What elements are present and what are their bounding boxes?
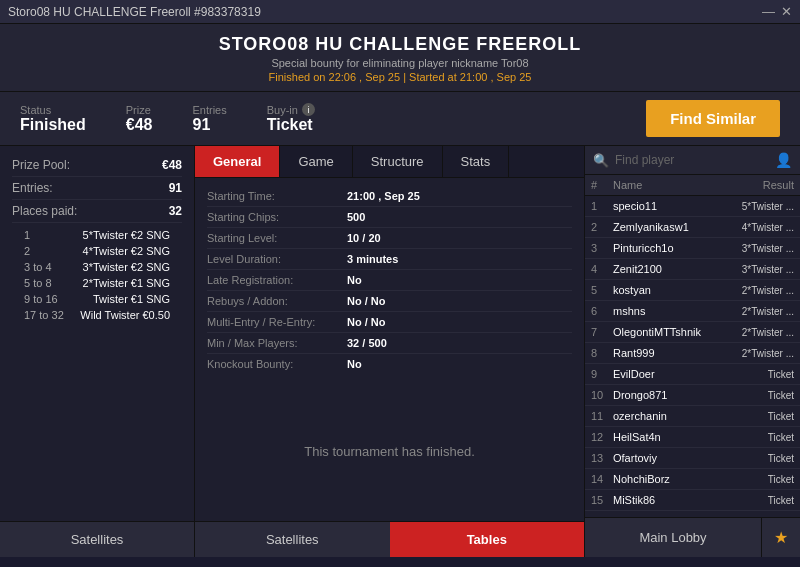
player-row[interactable]: 6 mshns 2*Twister ... bbox=[585, 301, 800, 322]
player-name: EvilDoer bbox=[613, 368, 724, 380]
info-row: Starting Time:21:00 , Sep 25 bbox=[207, 186, 572, 207]
payout-prize: 3*Twister €2 SNG bbox=[83, 261, 170, 273]
player-result: 2*Twister ... bbox=[724, 306, 794, 317]
star-icon: ★ bbox=[774, 529, 788, 546]
player-row[interactable]: 2 Zemlyanikasw1 4*Twister ... bbox=[585, 217, 800, 238]
prize-pool-row: Prize Pool: €48 bbox=[12, 154, 182, 177]
payout-place: 5 to 8 bbox=[24, 277, 79, 289]
payout-row: 5 to 82*Twister €1 SNG bbox=[24, 275, 170, 291]
info-row: Late Registration:No bbox=[207, 270, 572, 291]
started-time: 21:00 , Sep 25 bbox=[460, 71, 532, 83]
player-result: Ticket bbox=[724, 411, 794, 422]
player-result: 5*Twister ... bbox=[724, 201, 794, 212]
tab-structure[interactable]: Structure bbox=[353, 146, 443, 177]
places-paid-label: Places paid: bbox=[12, 204, 77, 218]
window-controls: — ✕ bbox=[762, 4, 792, 19]
payout-prize: 4*Twister €2 SNG bbox=[83, 245, 170, 257]
bottom-tab-satellites[interactable]: Satellites bbox=[195, 522, 390, 557]
player-row[interactable]: 11 ozerchanin Ticket bbox=[585, 406, 800, 427]
payout-place: 9 to 16 bbox=[24, 293, 79, 305]
player-rank: 11 bbox=[591, 410, 613, 422]
info-key: Knockout Bounty: bbox=[207, 358, 347, 370]
player-row[interactable]: 7 OlegontiMTTshnik 2*Twister ... bbox=[585, 322, 800, 343]
find-similar-button[interactable]: Find Similar bbox=[646, 100, 780, 137]
info-row: Level Duration:3 minutes bbox=[207, 249, 572, 270]
player-name: Zenit2100 bbox=[613, 263, 724, 275]
player-row[interactable]: 3 Pinturicch1o 3*Twister ... bbox=[585, 238, 800, 259]
buyin-label: Buy-in i bbox=[267, 103, 315, 116]
tab-general[interactable]: General bbox=[195, 146, 280, 177]
right-bottom: Main Lobby ★ bbox=[585, 517, 800, 557]
entries-value-left: 91 bbox=[169, 181, 182, 195]
prize-pool-value: €48 bbox=[162, 158, 182, 172]
player-result: 3*Twister ... bbox=[724, 264, 794, 275]
minimize-button[interactable]: — bbox=[762, 4, 775, 19]
tab-game[interactable]: Game bbox=[280, 146, 352, 177]
info-key: Starting Time: bbox=[207, 190, 347, 202]
info-row: Rebuys / Addon:No / No bbox=[207, 291, 572, 312]
search-icon: 🔍 bbox=[593, 153, 609, 168]
player-result: Ticket bbox=[724, 432, 794, 443]
player-row[interactable]: 10 Drongo871 Ticket bbox=[585, 385, 800, 406]
player-name: Ofartoviy bbox=[613, 452, 724, 464]
player-rank: 13 bbox=[591, 452, 613, 464]
satellites-button[interactable]: Satellites bbox=[0, 521, 194, 557]
entries-label: Entries bbox=[192, 104, 226, 116]
info-val: No / No bbox=[347, 295, 386, 307]
payout-row: 3 to 43*Twister €2 SNG bbox=[24, 259, 170, 275]
finished-label: Finished on bbox=[269, 71, 326, 83]
info-row: Multi-Entry / Re-Entry:No / No bbox=[207, 312, 572, 333]
info-row: Min / Max Players:32 / 500 bbox=[207, 333, 572, 354]
entries-value: 91 bbox=[192, 116, 226, 134]
info-val: 21:00 , Sep 25 bbox=[347, 190, 420, 202]
star-button[interactable]: ★ bbox=[761, 518, 800, 557]
search-input[interactable] bbox=[615, 153, 769, 167]
status-item: Status Finished bbox=[20, 104, 86, 134]
payout-place: 3 to 4 bbox=[24, 261, 79, 273]
info-val: No bbox=[347, 274, 362, 286]
player-result: Ticket bbox=[724, 474, 794, 485]
player-rank: 8 bbox=[591, 347, 613, 359]
player-result: 3*Twister ... bbox=[724, 243, 794, 254]
close-button[interactable]: ✕ bbox=[781, 4, 792, 19]
payout-section: 15*Twister €2 SNG24*Twister €2 SNG3 to 4… bbox=[12, 223, 182, 331]
tab-bar: GeneralGameStructureStats bbox=[195, 146, 584, 178]
player-row[interactable]: 9 EvilDoer Ticket bbox=[585, 364, 800, 385]
player-result: Ticket bbox=[724, 495, 794, 506]
player-row[interactable]: 12 HeilSat4n Ticket bbox=[585, 427, 800, 448]
player-result: Ticket bbox=[724, 369, 794, 380]
tournament-info: Starting Time:21:00 , Sep 25Starting Chi… bbox=[195, 178, 584, 382]
tab-stats[interactable]: Stats bbox=[443, 146, 510, 177]
info-key: Multi-Entry / Re-Entry: bbox=[207, 316, 347, 328]
player-row[interactable]: 5 kostyan 2*Twister ... bbox=[585, 280, 800, 301]
info-val: 3 minutes bbox=[347, 253, 398, 265]
player-name: MiStik86 bbox=[613, 494, 724, 506]
info-key: Starting Level: bbox=[207, 232, 347, 244]
finished-time: 22:06 , Sep 25 bbox=[329, 71, 401, 83]
player-result: 2*Twister ... bbox=[724, 327, 794, 338]
player-rank: 9 bbox=[591, 368, 613, 380]
player-name: specio11 bbox=[613, 200, 724, 212]
player-row[interactable]: 1 specio11 5*Twister ... bbox=[585, 196, 800, 217]
player-row[interactable]: 14 NohchiBorz Ticket bbox=[585, 469, 800, 490]
info-key: Late Registration: bbox=[207, 274, 347, 286]
add-player-icon[interactable]: 👤 bbox=[775, 152, 792, 168]
payout-row: 17 to 32Wild Twister €0.50 bbox=[24, 307, 170, 323]
info-row: Starting Level:10 / 20 bbox=[207, 228, 572, 249]
player-row[interactable]: 4 Zenit2100 3*Twister ... bbox=[585, 259, 800, 280]
player-row[interactable]: 8 Rant999 2*Twister ... bbox=[585, 343, 800, 364]
info-row: Starting Chips:500 bbox=[207, 207, 572, 228]
buyin-value: Ticket bbox=[267, 116, 315, 134]
middle-panel: GeneralGameStructureStats Starting Time:… bbox=[195, 146, 585, 557]
player-row[interactable]: 13 Ofartoviy Ticket bbox=[585, 448, 800, 469]
player-name: Zemlyanikasw1 bbox=[613, 221, 724, 233]
payout-prize: Wild Twister €0.50 bbox=[80, 309, 170, 321]
player-name: OlegontiMTTshnik bbox=[613, 326, 724, 338]
main-lobby-button[interactable]: Main Lobby bbox=[585, 518, 761, 557]
player-row[interactable]: 15 MiStik86 Ticket bbox=[585, 490, 800, 511]
payout-prize: 2*Twister €1 SNG bbox=[83, 277, 170, 289]
bottom-tab-tables[interactable]: Tables bbox=[390, 522, 585, 557]
finished-message: This tournament has finished. bbox=[195, 382, 584, 521]
entries-item: Entries 91 bbox=[192, 104, 226, 134]
player-result: 4*Twister ... bbox=[724, 222, 794, 233]
